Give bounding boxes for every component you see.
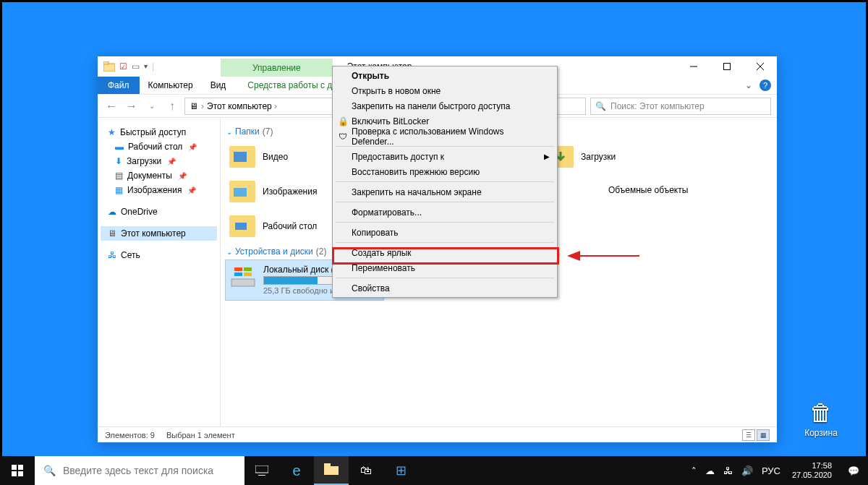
pin-icon: 📌: [188, 143, 197, 151]
search-input[interactable]: 🔍 Поиск: Этот компьютер: [590, 98, 771, 115]
svg-rect-17: [244, 272, 252, 276]
cm-open-new-window[interactable]: Открыть в новом окне: [334, 83, 556, 98]
qat-properties-icon[interactable]: ☑: [119, 61, 127, 72]
tray-chevron-up-icon[interactable]: ˄: [687, 465, 701, 476]
svg-rect-13: [231, 279, 255, 286]
nav-pictures[interactable]: ▦Изображения📌: [101, 183, 217, 197]
tray-volume-icon[interactable]: 🔊: [737, 465, 757, 476]
cm-format[interactable]: Форматировать...: [334, 205, 556, 220]
svg-rect-24: [18, 465, 23, 470]
cm-create-shortcut[interactable]: Создать ярлык: [334, 245, 556, 260]
cm-rename[interactable]: Переименовать: [334, 260, 556, 275]
ribbon-expand-icon[interactable]: ⌄: [745, 80, 752, 90]
view-tiles-button[interactable]: ▦: [757, 429, 770, 441]
taskbar-settings[interactable]: ⊞: [383, 456, 418, 485]
tray-clock[interactable]: 17:58 27.05.2020: [785, 461, 839, 480]
svg-rect-3: [724, 64, 731, 70]
tray-onedrive-icon[interactable]: ☁: [701, 465, 719, 476]
nav-recent-dropdown[interactable]: ⌄: [144, 98, 160, 114]
pictures-icon: ▦: [115, 185, 123, 195]
tray-language[interactable]: РУС: [757, 465, 785, 476]
onedrive-icon: ☁: [108, 207, 116, 217]
nav-desktop[interactable]: ▬Рабочий стол📌: [101, 140, 217, 154]
star-icon: ★: [108, 127, 116, 137]
nav-back-button[interactable]: ←: [103, 98, 119, 114]
svg-rect-10: [234, 188, 247, 197]
folder-downloads[interactable]: Загрузки: [543, 140, 702, 174]
help-icon[interactable]: ?: [760, 80, 771, 91]
status-bar: Элементов: 9 Выбран 1 элемент ☰ ▦: [98, 426, 777, 442]
svg-rect-27: [255, 465, 268, 473]
qat-dropdown-icon[interactable]: ▾: [144, 62, 148, 70]
cm-properties[interactable]: Свойства: [334, 280, 556, 296]
minimize-button[interactable]: [677, 56, 710, 77]
qat-new-folder-icon[interactable]: ▭: [132, 61, 140, 72]
navigation-pane: ★Быстрый доступ ▬Рабочий стол📌 ⬇Загрузки…: [98, 118, 221, 426]
taskbar-search[interactable]: 🔍 Введите здесь текст для поиска: [35, 456, 244, 485]
nav-this-pc[interactable]: 🖥Этот компьютер: [101, 226, 217, 241]
breadcrumb[interactable]: Этот компьютер: [207, 101, 277, 111]
annotation-arrow: [567, 249, 639, 263]
bitlocker-icon: 🔒: [337, 116, 349, 126]
edge-icon: e: [292, 463, 300, 479]
nav-documents[interactable]: ▤Документы📌: [101, 168, 217, 183]
svg-rect-16: [234, 272, 242, 276]
desktop-folder-icon: [228, 213, 257, 239]
close-button[interactable]: [744, 56, 777, 77]
taskbar: 🔍 Введите здесь текст для поиска e 🛍 ⊞ ˄…: [0, 456, 868, 485]
recycle-bin-icon: 🗑: [794, 400, 848, 426]
pin-icon: 📌: [167, 158, 176, 166]
desktop-icon: ▬: [115, 142, 124, 152]
search-icon: 🔍: [43, 465, 56, 476]
cm-give-access[interactable]: Предоставить доступ к▶: [334, 149, 556, 164]
cm-defender[interactable]: 🛡Проверка с использованием Windows Defen…: [334, 129, 556, 144]
action-center-button[interactable]: 💬: [839, 465, 868, 476]
taskbar-explorer[interactable]: [314, 456, 349, 485]
status-selected: Выбран 1 элемент: [166, 431, 235, 439]
nav-network[interactable]: 🖧Сеть: [101, 248, 217, 262]
maximize-button[interactable]: [710, 56, 744, 77]
nav-onedrive[interactable]: ☁OneDrive: [101, 205, 217, 219]
desktop-recycle-bin[interactable]: 🗑 Корзина: [794, 400, 848, 438]
settings-icon: ⊞: [396, 463, 407, 478]
nav-downloads[interactable]: ⬇Загрузки📌: [101, 154, 217, 168]
svg-rect-26: [18, 471, 23, 476]
cm-restore-previous[interactable]: Восстановить прежнюю версию: [334, 164, 556, 179]
store-icon: 🛍: [360, 464, 372, 477]
cm-pin-start[interactable]: Закрепить на начальном экране: [334, 184, 556, 199]
taskbar-edge[interactable]: e: [279, 456, 314, 485]
pin-icon: 📌: [178, 172, 187, 180]
nav-forward-button[interactable]: →: [124, 98, 140, 114]
context-menu: Открыть Открыть в новом окне Закрепить н…: [332, 66, 558, 298]
status-item-count: Элементов: 9: [105, 431, 155, 439]
cm-copy[interactable]: Копировать: [334, 225, 556, 240]
ribbon-contextual-tab-manage[interactable]: Управление: [221, 59, 333, 77]
ribbon-tab-computer[interactable]: Компьютер: [140, 77, 202, 94]
tray-network-icon[interactable]: 🖧: [719, 465, 737, 476]
taskbar-store[interactable]: 🛍: [349, 456, 383, 485]
chevron-down-icon: ⌄: [226, 248, 232, 256]
task-view-button[interactable]: [244, 456, 279, 485]
start-button[interactable]: [0, 456, 35, 485]
svg-rect-29: [324, 466, 339, 475]
svg-rect-15: [244, 267, 252, 271]
system-tray: ˄ ☁ 🖧 🔊 РУС 17:58 27.05.2020 💬: [687, 456, 868, 485]
pin-icon: 📌: [187, 186, 196, 194]
downloads-icon: ⬇: [115, 156, 122, 166]
search-placeholder: Поиск: Этот компьютер: [610, 101, 705, 111]
nav-up-button[interactable]: ↑: [164, 98, 180, 114]
chevron-down-icon: ⌄: [226, 128, 232, 136]
svg-rect-0: [103, 64, 115, 72]
ribbon-tab-view[interactable]: Вид: [202, 77, 235, 94]
svg-rect-14: [234, 267, 242, 271]
ribbon-tab-file[interactable]: Файл: [98, 77, 140, 94]
nav-quick-access[interactable]: ★Быстрый доступ: [101, 125, 217, 140]
cm-open[interactable]: Открыть: [334, 68, 556, 83]
chevron-right-icon: ▶: [544, 153, 550, 160]
folder-icon: [324, 463, 339, 477]
cm-pin-quick-access[interactable]: Закрепить на панели быстрого доступа: [334, 98, 556, 113]
folder-3d-objects[interactable]: Объемные объекты: [543, 174, 702, 209]
view-details-button[interactable]: ☰: [742, 429, 755, 441]
pc-icon: 🖥: [108, 228, 116, 239]
pc-icon: 🖥: [190, 101, 198, 111]
